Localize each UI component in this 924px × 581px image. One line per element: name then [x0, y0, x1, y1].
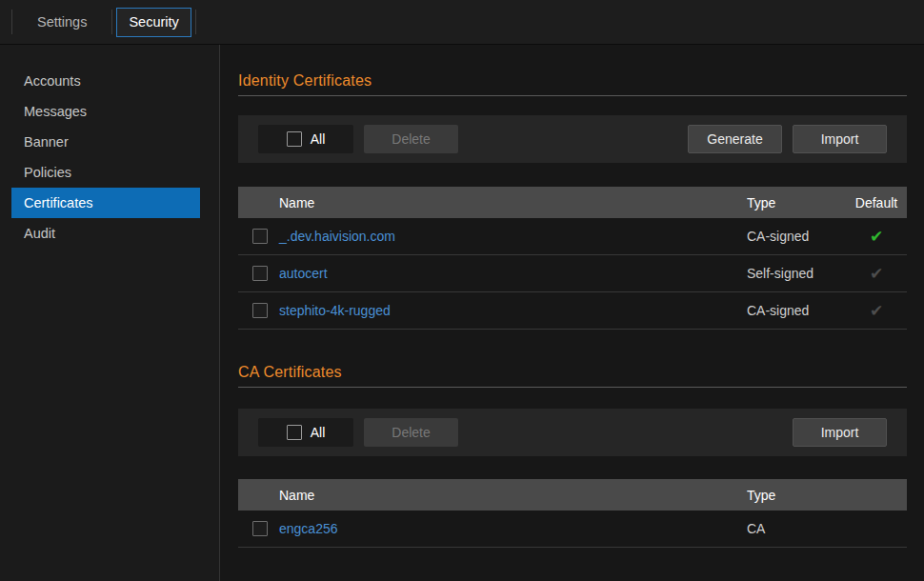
column-header-default: Default	[846, 195, 907, 210]
table-row: _.dev.haivision.com CA-signed ✔	[238, 218, 907, 255]
check-icon: ✔	[870, 228, 883, 246]
certificate-type: CA-signed	[747, 303, 846, 318]
table-header: Name Type	[238, 479, 907, 511]
ca-certificates-table: Name Type engca256 CA	[238, 479, 907, 548]
sidebar-item-certificates[interactable]: Certificates	[11, 188, 200, 218]
ca-select-all-label: All	[311, 425, 326, 440]
topbar-divider	[111, 10, 112, 34]
certificate-link[interactable]: _.dev.haivision.com	[279, 229, 395, 244]
certificate-type: Self-signed	[747, 266, 846, 281]
column-header-name: Name	[279, 195, 747, 210]
column-header-type: Type	[747, 488, 907, 503]
column-header-type: Type	[747, 195, 846, 210]
select-all-checkbox[interactable]	[287, 131, 302, 147]
select-all-button[interactable]: All	[258, 125, 353, 153]
certificate-link[interactable]: autocert	[279, 266, 328, 281]
ca-certificates-title: CA Certificates	[238, 364, 907, 388]
sidebar-item-accounts[interactable]: Accounts	[11, 66, 200, 96]
row-checkbox[interactable]	[252, 521, 268, 536]
row-checkbox[interactable]	[252, 303, 268, 318]
identity-toolbar: All Delete Generate Import	[238, 115, 907, 163]
check-icon: ✔	[870, 302, 883, 320]
main-content: Identity Certificates All Delete Generat…	[220, 45, 924, 581]
table-row: autocert Self-signed ✔	[238, 255, 907, 292]
import-button[interactable]: Import	[793, 125, 887, 153]
generate-button[interactable]: Generate	[688, 125, 782, 153]
ca-select-all-checkbox[interactable]	[287, 425, 302, 440]
table-header: Name Type Default	[238, 187, 907, 218]
check-icon: ✔	[870, 265, 883, 283]
identity-certificates-title: Identity Certificates	[238, 72, 907, 96]
certificate-link[interactable]: engca256	[279, 521, 338, 536]
sidebar-item-banner[interactable]: Banner	[11, 127, 200, 157]
tab-security[interactable]: Security	[116, 8, 191, 37]
delete-button[interactable]: Delete	[364, 125, 458, 153]
ca-import-button[interactable]: Import	[793, 418, 887, 447]
column-header-name: Name	[279, 488, 747, 503]
identity-certificates-table: Name Type Default _.dev.haivision.com CA…	[238, 187, 907, 330]
sidebar-item-messages[interactable]: Messages	[11, 96, 200, 127]
certificate-type: CA-signed	[747, 229, 846, 244]
ca-select-all-button[interactable]: All	[258, 418, 353, 447]
sidebar-item-policies[interactable]: Policies	[11, 157, 200, 188]
select-all-label: All	[311, 131, 326, 147]
certificate-type: CA	[747, 521, 907, 536]
topbar-divider	[195, 10, 196, 34]
table-row: engca256 CA	[238, 511, 907, 548]
tab-settings[interactable]: Settings	[37, 14, 87, 30]
sidebar-item-audit[interactable]: Audit	[11, 218, 200, 249]
top-bar: Settings Security	[0, 0, 924, 45]
certificate-link[interactable]: stephito-4k-rugged	[279, 303, 391, 318]
ca-delete-button[interactable]: Delete	[364, 418, 458, 447]
sidebar: Accounts Messages Banner Policies Certif…	[0, 45, 220, 581]
topbar-divider	[11, 10, 12, 34]
row-checkbox[interactable]	[252, 229, 268, 244]
table-row: stephito-4k-rugged CA-signed ✔	[238, 292, 907, 330]
row-checkbox[interactable]	[252, 266, 268, 281]
ca-toolbar: All Delete Import	[238, 409, 907, 456]
